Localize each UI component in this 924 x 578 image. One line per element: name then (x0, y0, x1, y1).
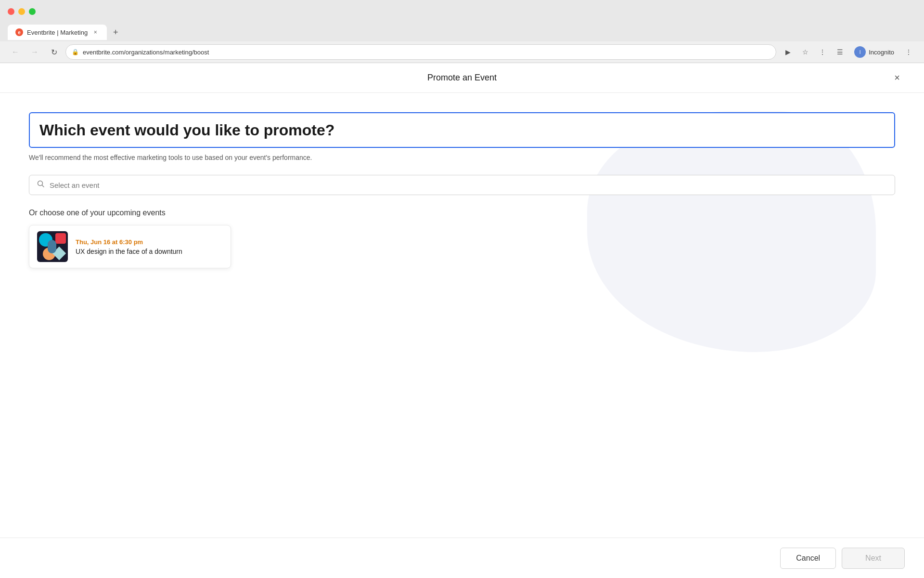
cast-button[interactable]: ▶ (780, 44, 796, 60)
cancel-button[interactable]: Cancel (780, 548, 836, 569)
tab-favicon: e (15, 28, 23, 36)
address-bar[interactable]: 🔒 eventbrite.com/organizations/marketing… (65, 44, 776, 60)
page-content: Promote an Event × Which event would you… (0, 63, 924, 578)
section-subtext: We'll recommend the most effective marke… (29, 154, 895, 161)
tab-title: Eventbrite | Marketing (27, 29, 88, 36)
modal-close-button[interactable]: × (889, 70, 905, 86)
thumb-shape-2 (55, 233, 66, 244)
back-button[interactable]: ← (8, 44, 23, 60)
window-maximize-button[interactable] (29, 8, 36, 15)
event-thumbnail (37, 231, 68, 262)
extensions-button[interactable]: ⋮ (901, 44, 916, 60)
section-heading: Which event would you like to promote? (29, 112, 895, 148)
svg-line-1 (42, 185, 44, 187)
bookmark-button[interactable]: ☆ (797, 44, 813, 60)
split-view-button[interactable]: ☰ (832, 44, 847, 60)
event-info: Thu, Jun 16 at 6:30 pm UX design in the … (76, 238, 223, 255)
lock-icon: 🔒 (72, 49, 79, 55)
refresh-button[interactable]: ↻ (46, 44, 62, 60)
browser-toolbar: ← → ↻ 🔒 eventbrite.com/organizations/mar… (0, 41, 924, 63)
tab-close-button[interactable]: × (91, 28, 99, 36)
upcoming-events-label: Or choose one of your upcoming events (29, 209, 895, 217)
profile-avatar: I (854, 46, 866, 58)
event-name: UX design in the face of a downturn (76, 248, 223, 255)
thumb-shape-5 (48, 240, 56, 253)
url-text: eventbrite.com/organizations/marketing/b… (83, 49, 209, 56)
modal-header: Promote an Event × (0, 63, 924, 93)
event-search-input[interactable] (50, 181, 887, 189)
window-controls (8, 8, 36, 15)
event-search-container[interactable] (29, 175, 895, 195)
window-close-button[interactable] (8, 8, 14, 15)
browser-chrome: e Eventbrite | Marketing × + ← → ↻ 🔒 eve… (0, 0, 924, 63)
toolbar-actions: ▶ ☆ ⋮ ☰ I Incognito ⋮ (780, 44, 916, 60)
modal-body: Which event would you like to promote? W… (0, 93, 924, 288)
search-icon (37, 180, 45, 190)
event-datetime: Thu, Jun 16 at 6:30 pm (76, 238, 223, 246)
new-tab-button[interactable]: + (109, 26, 122, 39)
profile-button[interactable]: I Incognito (849, 44, 899, 60)
active-tab[interactable]: e Eventbrite | Marketing × (8, 25, 107, 40)
modal-footer: Cancel Next (0, 538, 924, 578)
modal-title: Promote an Event (427, 73, 497, 83)
window-minimize-button[interactable] (18, 8, 25, 15)
browser-titlebar (0, 0, 924, 23)
tab-bar: e Eventbrite | Marketing × + (0, 23, 924, 41)
next-button[interactable]: Next (842, 548, 905, 569)
forward-button[interactable]: → (27, 44, 42, 60)
profile-label: Incognito (869, 49, 894, 56)
event-card[interactable]: Thu, Jun 16 at 6:30 pm UX design in the … (29, 225, 231, 268)
event-thumb-graphic (37, 231, 68, 262)
browser-menu-button[interactable]: ⋮ (815, 44, 830, 60)
